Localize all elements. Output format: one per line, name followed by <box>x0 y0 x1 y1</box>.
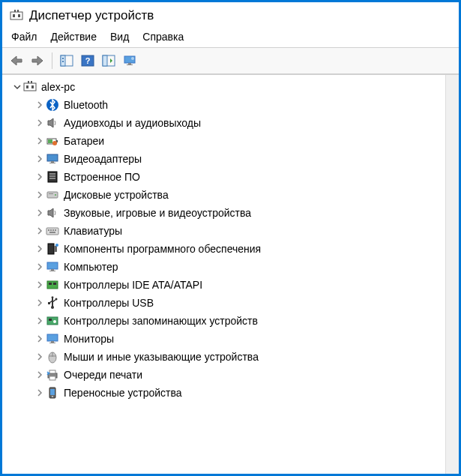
menu-file[interactable]: Файл <box>11 31 37 43</box>
tree-item-label: Контроллеры запоминающих устройств <box>64 315 258 327</box>
tree-item-label: Компоненты программного обеспечения <box>64 243 261 255</box>
svg-rect-2 <box>18 14 20 17</box>
expand-icon[interactable] <box>34 207 46 219</box>
tree-item-label: Дисковые устройства <box>64 189 169 201</box>
tree-item[interactable]: Компьютер <box>4 258 457 276</box>
menu-view[interactable]: Вид <box>110 31 129 43</box>
tree-item-label: Контроллеры USB <box>64 297 154 309</box>
tree-item[interactable]: Клавиатуры <box>4 222 457 240</box>
tree-item-label: Компьютер <box>64 261 118 273</box>
tree-item[interactable]: Аудиовходы и аудиовыходы <box>4 114 457 132</box>
expand-icon[interactable] <box>34 297 46 309</box>
storage-icon <box>46 314 59 328</box>
svg-rect-1 <box>13 14 15 17</box>
expand-icon[interactable] <box>34 225 46 237</box>
tree-item[interactable]: Дисковые устройства <box>4 186 457 204</box>
speaker-icon <box>46 116 59 130</box>
tree-item-label: Видеоадаптеры <box>64 153 142 165</box>
scan-button[interactable] <box>99 51 118 70</box>
tree-item[interactable]: Звуковые, игровые и видеоустройства <box>4 204 457 222</box>
svg-rect-18 <box>26 85 28 88</box>
expand-icon[interactable] <box>34 351 46 363</box>
tree-item-label: Встроенное ПО <box>64 171 140 183</box>
speaker-icon <box>46 206 59 220</box>
tree-root-node[interactable]: alex-pc <box>4 78 457 96</box>
tree-item-label: Очереди печати <box>64 369 142 381</box>
show-hide-tree-button[interactable] <box>57 51 76 70</box>
tree-item[interactable]: Контроллеры USB <box>4 294 457 312</box>
mouse-icon <box>46 350 59 364</box>
svg-rect-3 <box>14 10 16 12</box>
monitor-icon <box>46 260 59 274</box>
component-icon <box>46 242 59 256</box>
tree-item[interactable]: Bluetooth <box>4 96 457 114</box>
app-icon <box>10 9 23 22</box>
expand-icon[interactable] <box>34 387 46 399</box>
expand-icon[interactable] <box>34 279 46 291</box>
tree-item-label: Мониторы <box>64 333 114 345</box>
expand-icon[interactable] <box>34 315 46 327</box>
expand-icon[interactable] <box>34 243 46 255</box>
tree-item[interactable]: Встроенное ПО <box>4 168 457 186</box>
firmware-icon <box>46 170 59 184</box>
svg-rect-15 <box>127 64 133 65</box>
device-manager-window: Диспетчер устройств Файл Действие Вид Сп… <box>2 2 459 474</box>
tree-item-label: Батареи <box>64 135 104 147</box>
tree-item[interactable]: Батареи <box>4 132 457 150</box>
tree-item[interactable]: Мыши и иные указывающие устройства <box>4 348 457 366</box>
computer-icon <box>23 80 37 94</box>
expand-icon[interactable] <box>34 135 46 147</box>
print-icon <box>46 368 59 382</box>
menubar: Файл Действие Вид Справка <box>2 28 459 47</box>
tree-item[interactable]: Мониторы <box>4 330 457 348</box>
menu-action[interactable]: Действие <box>50 31 97 43</box>
tree-item[interactable]: Контроллеры IDE ATA/ATAPI <box>4 276 457 294</box>
svg-rect-17 <box>24 83 36 91</box>
display-icon <box>46 152 59 166</box>
menu-help[interactable]: Справка <box>142 31 184 43</box>
tree-item[interactable]: Контроллеры запоминающих устройств <box>4 312 457 330</box>
root-label: alex-pc <box>41 81 75 93</box>
help-button[interactable]: ? <box>78 51 97 70</box>
disk-icon <box>46 188 59 202</box>
svg-rect-4 <box>17 10 19 12</box>
expand-icon[interactable] <box>34 99 46 111</box>
ide-icon <box>46 278 59 292</box>
svg-rect-7 <box>62 58 64 59</box>
expand-icon[interactable] <box>34 189 46 201</box>
battery-icon <box>46 134 59 148</box>
monitor-icon <box>46 332 59 346</box>
keyboard-icon <box>46 224 59 238</box>
svg-rect-8 <box>62 61 64 62</box>
svg-rect-21 <box>31 81 32 83</box>
tree-item[interactable]: Видеоадаптеры <box>4 150 457 168</box>
usb-icon <box>46 296 59 310</box>
tree-item[interactable]: Компоненты программного обеспечения <box>4 240 457 258</box>
svg-rect-19 <box>31 85 34 88</box>
tree-item-label: Клавиатуры <box>64 225 122 237</box>
expand-icon[interactable] <box>34 171 46 183</box>
svg-rect-20 <box>28 81 29 83</box>
expand-icon[interactable] <box>34 153 46 165</box>
svg-rect-14 <box>128 63 131 64</box>
tree-item-label: Звуковые, игровые и видеоустройства <box>64 207 251 219</box>
monitor-button[interactable] <box>120 51 139 70</box>
expand-icon[interactable] <box>34 117 46 129</box>
back-button[interactable] <box>7 51 26 70</box>
toolbar-separator <box>52 52 52 69</box>
tree-item-label: Bluetooth <box>64 99 108 111</box>
expand-icon[interactable] <box>34 261 46 273</box>
svg-text:?: ? <box>85 56 91 65</box>
collapse-icon[interactable] <box>11 81 23 93</box>
tree-item[interactable]: Очереди печати <box>4 366 457 384</box>
expand-icon[interactable] <box>34 369 46 381</box>
tree-item-label: Аудиовходы и аудиовыходы <box>64 117 201 129</box>
svg-rect-0 <box>10 12 22 19</box>
bluetooth-icon <box>46 98 59 112</box>
svg-rect-12 <box>103 55 107 66</box>
tree-item[interactable]: Переносные устройства <box>4 384 457 402</box>
expand-icon[interactable] <box>34 333 46 345</box>
device-tree[interactable]: alex-pc BluetoothАудиовходы и аудиовыход… <box>2 74 459 474</box>
forward-button[interactable] <box>28 51 47 70</box>
svg-point-16 <box>131 57 134 60</box>
